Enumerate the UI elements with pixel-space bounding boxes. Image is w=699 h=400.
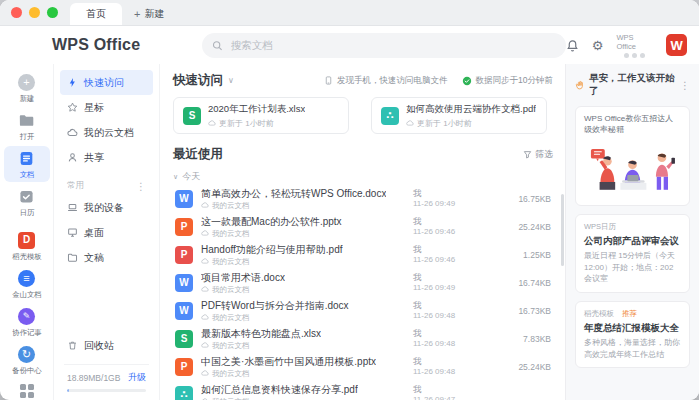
file-size: 16.73KB <box>499 306 551 316</box>
sync-status-tip[interactable]: 数据同步于10分钟前 <box>462 75 553 87</box>
file-location: 我的云文档 <box>212 229 250 238</box>
new-plus-icon: + <box>18 74 35 91</box>
file-row[interactable]: W 简单高效办公，轻松玩转WPS Office.docx 我的云文档 我 <box>173 185 553 213</box>
file-owner: 我 <box>413 244 499 255</box>
sidebar-item-documents-folder[interactable]: 文稿 <box>60 245 153 270</box>
rail-item-docer-templates[interactable]: D 稻壳模板 <box>4 228 50 264</box>
upgrade-link[interactable]: 升级 <box>128 371 146 384</box>
rail-label: 金山文档 <box>12 289 41 299</box>
file-row[interactable]: P 中国之美·水墨画竹中国风通用模板.pptx 我的云文档 我 <box>173 353 553 381</box>
close-window-button[interactable] <box>11 7 22 18</box>
file-type-icon: S <box>175 330 193 348</box>
more-vertical-icon[interactable]: ⋮ <box>136 181 146 192</box>
file-modified-time: 11-26 09:48 <box>413 339 499 349</box>
search-input[interactable] <box>229 38 556 52</box>
scrollbar[interactable] <box>561 194 564 266</box>
sidebar-item-my-cloud-docs[interactable]: 我的云文档 <box>60 120 153 145</box>
file-location: 我的云文档 <box>212 313 250 322</box>
docer-card[interactable]: 稻壳模板 推荐 年度总结汇报模板大全 多种风格，海量选择，助你高效完成年终工作总… <box>575 301 690 369</box>
file-type-icon: W <box>175 190 193 208</box>
chevron-down-icon[interactable]: ∨ <box>228 76 234 85</box>
cloud-icon <box>201 369 209 377</box>
docer-card-title: 年度总结汇报模板大全 <box>584 322 681 334</box>
funnel-icon <box>523 150 532 159</box>
tab-home[interactable]: 首页 <box>70 3 122 25</box>
file-modified-time: 11-26 09:49 <box>413 283 499 293</box>
storage-meter: 18.89MB/1GB 升级 <box>54 371 159 392</box>
divider <box>64 364 149 365</box>
folder-icon <box>67 252 78 263</box>
rail-item-apps[interactable]: 应用 <box>4 379 50 400</box>
monitor-icon <box>67 227 78 238</box>
cloud-icon <box>201 341 209 349</box>
minimize-window-button[interactable] <box>29 7 40 18</box>
file-owner: 我 <box>413 216 499 227</box>
rail-label: 稻壳模板 <box>12 251 41 261</box>
pinned-file-name: 2020年工作计划表.xlsx <box>208 103 305 116</box>
file-owner: 我 <box>413 356 499 367</box>
shared-file-icon: ∴ <box>381 107 399 125</box>
file-modified-time: 11-26 09:48 <box>413 367 499 377</box>
calendar-event-title: 公司内部产品评审会议 <box>584 235 681 247</box>
sidebar-item-my-device[interactable]: 我的设备 <box>60 195 153 220</box>
zoom-window-button[interactable] <box>47 7 58 18</box>
file-row[interactable]: S 最新版本特色功能盘点.xlsx 我的云文档 我 11- <box>173 325 553 353</box>
sidebar-item-shared[interactable]: 共享 <box>60 145 153 170</box>
file-owner: 我 <box>413 272 499 283</box>
phone-connect-tip[interactable]: 发现手机，快速访问电脑文件 <box>324 75 448 87</box>
rail-item-calendar[interactable]: 日历 <box>4 184 50 220</box>
filter-button[interactable]: 筛选 <box>523 148 553 161</box>
note-icon: ✎ <box>18 308 35 325</box>
pinned-card[interactable]: ∴ 如何高效使用云端协作文档.pdf 更新于 1小时前 <box>371 97 547 134</box>
group-today[interactable]: ∨ 今天 <box>173 170 553 183</box>
sidebar-item-quick-access[interactable]: 快速访问 <box>60 70 153 95</box>
pinned-file-name: 如何高效使用云端协作文档.pdf <box>406 103 536 116</box>
rail-item-kdocs[interactable]: ≡ 金山文档 <box>4 266 50 302</box>
file-name: Handoff功能介绍与使用帮助.pdf <box>201 244 343 257</box>
rail-item-documents[interactable]: 文档 <box>4 146 50 182</box>
file-row[interactable]: P Handoff功能介绍与使用帮助.pdf 我的云文档 我 <box>173 241 553 269</box>
account-widget[interactable]: WPS Office <box>616 33 653 58</box>
file-row[interactable]: P 这一款最配Mac的办公软件.pptx 我的云文档 我 <box>173 213 553 241</box>
new-tab-button[interactable]: + 新建 <box>122 3 176 25</box>
cloud-icon <box>208 119 216 127</box>
cloud-icon <box>67 127 78 138</box>
cloud-icon <box>201 257 209 265</box>
storage-usage: 18.89MB/1GB <box>67 373 120 383</box>
settings-gear-icon[interactable]: ⚙ <box>592 39 604 52</box>
search-bar[interactable] <box>202 33 565 58</box>
file-row[interactable]: W PDF转Word与拆分合并指南.docx 我的云文档 我 <box>173 297 553 325</box>
xls-file-icon: S <box>183 107 201 125</box>
file-modified-time: 11-26 09:48 <box>413 311 499 321</box>
file-location: 我的云文档 <box>212 257 250 266</box>
sidebar-item-label: 桌面 <box>84 226 104 240</box>
sidebar-item-desktop[interactable]: 桌面 <box>60 220 153 245</box>
rail-item-backup-center[interactable]: ↻ 备份中心 <box>4 342 50 378</box>
rail-label: 新建 <box>19 93 34 103</box>
calendar-card[interactable]: WPS日历 公司内部产品评审会议 最近日程 15分钟后（今天12:00）开始；地… <box>575 214 690 293</box>
pinned-card[interactable]: S 2020年工作计划表.xlsx 更新于 1小时前 <box>173 97 349 134</box>
file-owner: 我 <box>413 328 499 339</box>
sidebar-item-trash[interactable]: 回收站 <box>60 333 153 358</box>
file-type-icon: W <box>175 302 193 320</box>
sidebar-item-label: 我的云文档 <box>84 126 134 140</box>
file-row[interactable]: ∴ 如何汇总信息资料快速保存分享.pdf 我的云文档 我 <box>173 381 553 400</box>
rail-item-collab-notes[interactable]: ✎ 协作记事 <box>4 304 50 340</box>
wps-logo[interactable]: W <box>666 34 687 56</box>
sidebar-item-starred[interactable]: 星标 <box>60 95 153 120</box>
file-row[interactable]: W 项目常用术语.docx 我的云文档 我 11-26 0 <box>173 269 553 297</box>
promo-card[interactable]: WPS Office教你五招达人级效率秘籍 <box>575 106 690 206</box>
quick-access-title: 快速访问 <box>173 72 223 89</box>
rail-item-open[interactable]: 打开 <box>4 108 50 144</box>
notification-bell-icon[interactable] <box>566 39 579 52</box>
rail-item-new[interactable]: + 新建 <box>4 70 50 106</box>
file-type-icon: P <box>175 218 193 236</box>
search-icon <box>212 40 222 51</box>
file-type-icon: ∴ <box>175 386 193 400</box>
docer-icon: D <box>18 232 35 249</box>
more-vertical-icon[interactable]: ⋮ <box>680 80 690 91</box>
file-modified-time: 11-26 09:46 <box>413 255 499 265</box>
cloud-icon <box>406 119 414 127</box>
file-name: 最新版本特色功能盘点.xlsx <box>201 328 321 341</box>
file-owner: 我 <box>413 300 499 311</box>
